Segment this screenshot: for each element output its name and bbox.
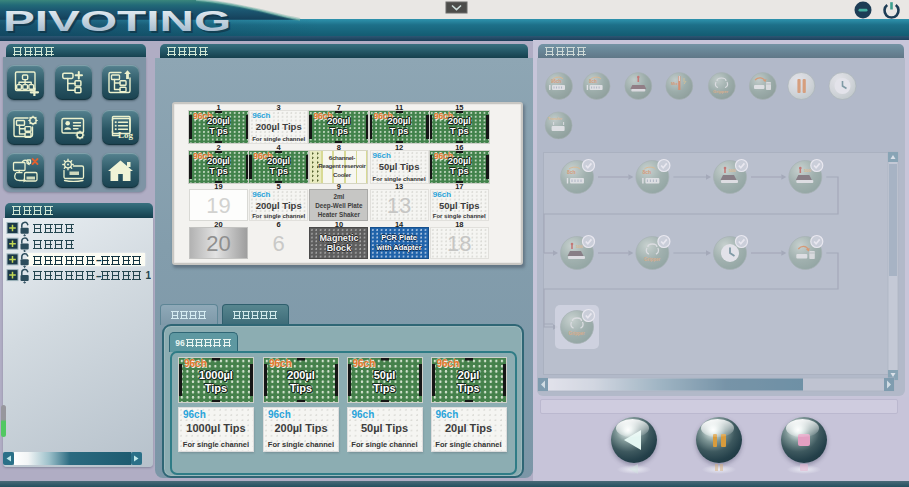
svg-text:PIVOTING: PIVOTING	[3, 5, 231, 37]
svg-text:Log: Log	[118, 130, 134, 140]
